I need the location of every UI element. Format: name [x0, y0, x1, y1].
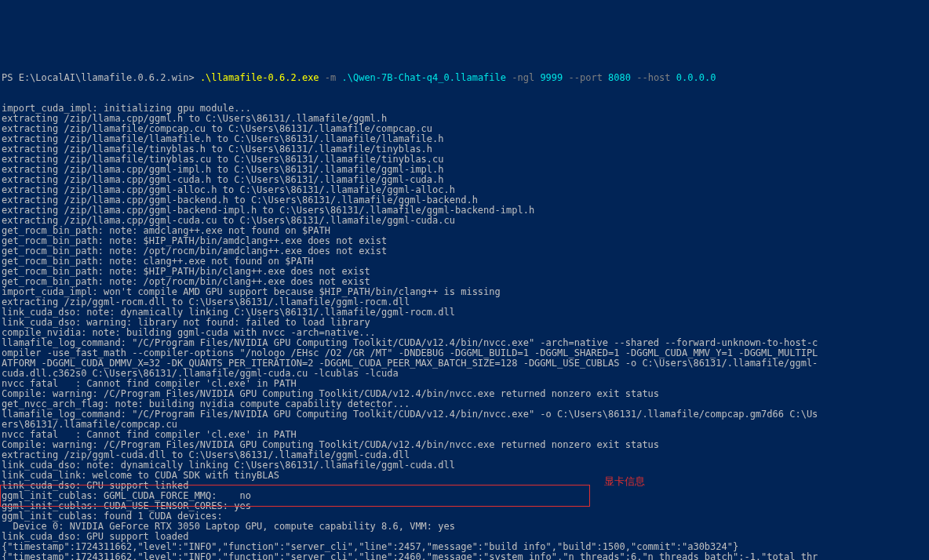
ps-prefix: PS E:\LocalAI\llamafile.0.6.2.win> — [2, 72, 200, 83]
opt-host: --host — [631, 72, 676, 83]
opt-port: --port — [563, 72, 608, 83]
model-file: .\Qwen-7B-Chat-q4_0.llamafile — [342, 72, 507, 83]
terminal-window[interactable]: PS E:\LocalAI\llamafile.0.6.2.win> .\lla… — [0, 51, 929, 560]
prompt-line: PS E:\LocalAI\llamafile.0.6.2.win> .\lla… — [0, 73, 929, 83]
ngl-val: 9999 — [540, 72, 563, 83]
opt-m: -m — [319, 72, 342, 83]
host-val: 0.0.0.0 — [676, 72, 716, 83]
opt-ngl: -ngl — [506, 72, 540, 83]
port-val: 8080 — [608, 72, 631, 83]
terminal-output: import_cuda_impl: initializing gpu modul… — [0, 104, 929, 560]
exe-name: .\llamafile-0.6.2.exe — [200, 72, 319, 83]
terminal-line: {"timestamp":1724311662,"level":"INFO","… — [0, 552, 929, 560]
